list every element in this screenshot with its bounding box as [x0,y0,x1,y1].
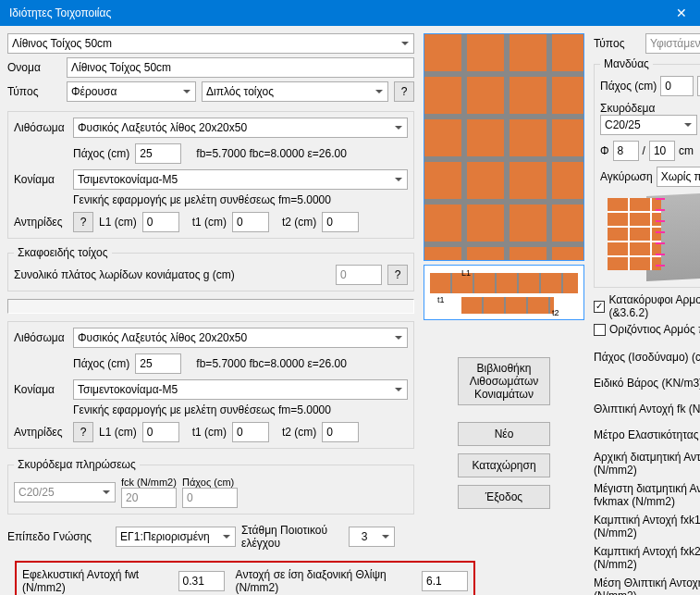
fill-title: Σκυρόδεμα πληρώσεως [14,458,140,471]
p5-label: Αρχική διατμητική Αντοχή fvk0 (N/mm2) [594,451,700,477]
jacket-iso-diagram [600,189,700,281]
skaf-help[interactable]: ? [387,265,408,285]
plan-t1-label: t1 [437,295,445,304]
t1-input-2[interactable] [232,422,269,442]
new-button[interactable]: Νέο [458,422,550,446]
t2-label-1: t2 (cm) [282,216,316,229]
skaf-input [336,265,382,285]
quality-label: Στάθμη Ποιοτικού ελέγχου [241,524,343,550]
fill-thk-input [182,488,238,508]
p2-label: Ειδικό Βάρος (KN/m3) [594,377,700,390]
j-conc-select[interactable] [600,115,697,135]
fill-fck-label: fck (N/mm2) [121,477,177,488]
plan-t2-label: t2 [552,308,559,317]
lith-select-2[interactable] [73,328,408,348]
t1-label-1: t1 (cm) [192,216,227,229]
jacket-title: Μανδύας [600,57,653,70]
r-type-label: Τύπος [594,37,640,50]
l1-label-1: L1 (cm) [99,216,137,229]
fwt-input[interactable] [178,571,225,591]
strut-label-2: Αντηρίδες [14,426,68,439]
save-button[interactable]: Καταχώρηση [458,453,550,477]
strut-help-2[interactable]: ? [73,422,93,442]
close-icon[interactable]: ✕ [663,0,700,26]
l1-label-2: L1 (cm) [99,426,137,439]
j-conc-label: Σκυρόδεμα [600,102,697,115]
fill-fck-input [121,488,177,508]
results-panel: Εφελκυστική Αντοχή fwt (N/mm2) Αντοχή σε… [15,561,475,595]
p4-label: Μέτρο Ελαστικότητας (GPa) [594,428,700,441]
fb-note-1: fb=5.7000 fbc=8.0000 ε=26.00 [196,147,347,160]
chk-vertical-joints[interactable]: ✓Κατακόρυφοι Αρμοί πλήρεις (&3.6.2) [594,293,700,319]
j-thk-label: Πάχος (cm) [600,80,657,93]
type-select[interactable] [67,81,196,102]
thick-label-2: Πάχος (cm) [73,357,129,370]
mortar-note-2: Γενικής εφαρμογής με μελέτη συνθέσεως fm… [73,403,331,416]
quality-select[interactable] [349,527,395,547]
window-title: Ιδιότητες Τοιχοποιίας [9,0,111,26]
mortar-select-2[interactable] [73,379,408,400]
l1-input-1[interactable] [142,212,179,232]
slash: / [643,144,645,157]
mortar-label-1: Κονίαμα [14,173,68,186]
library-button[interactable]: Βιβλιοθήκη Λιθοσωμάτων Κονιαμάτων [458,357,550,405]
spacing-input[interactable] [649,141,675,161]
wall-select[interactable] [7,33,414,54]
wallmode-select[interactable] [202,81,388,102]
plan-L1-label: L1 [461,268,471,278]
anchor-select[interactable] [657,167,700,187]
chk-horizontal-joint[interactable]: Οριζόντιος Αρμός πάχους >15 mm [594,323,700,336]
fwt-label: Εφελκυστική Αντοχή fwt (N/mm2) [22,568,167,594]
wall-plan-diagram: L1 t1 t2 [424,265,584,320]
mortar-note-1: Γενικής εφαρμογής με μελέτη συνθέσεως fm… [73,193,331,206]
mortar-select-1[interactable] [73,169,408,190]
cm-label: cm [679,144,694,157]
p9-label: Μέση Θλιπτική Αντοχή fm (N/mm2) [594,576,700,595]
biax-label: Αντοχή σε ίση διαξονική Θλίψη (N/mm2) [236,568,411,594]
j-thk-input[interactable] [660,76,694,96]
t2-label-2: t2 (cm) [282,426,316,439]
phi-label: Φ [600,144,609,157]
skaf-label: Συνολικό πλάτος λωρίδων κονιάματος g (cm… [14,268,330,281]
wall-elevation-diagram [424,33,584,261]
strut-help-1[interactable]: ? [73,212,93,232]
fb-note-2: fb=5.7000 fbc=8.0000 ε=26.00 [196,357,347,370]
type-label: Τύπος [7,85,61,98]
fill-conc-select [14,482,116,502]
anchor-label: Αγκύρωση [600,170,653,183]
t1-label-2: t1 (cm) [192,426,227,439]
exit-button[interactable]: Έξοδος [458,485,550,509]
lith-select-1[interactable] [73,118,408,138]
p7-label: Καμπτική Αντοχή fxk1 (N/mm2) [594,514,700,539]
lith-label-2: Λιθόσωμα [14,331,68,344]
t2-input-2[interactable] [322,422,359,442]
t2-input-1[interactable] [322,212,359,232]
thick-input-2[interactable] [135,353,181,374]
skaf-title: Σκαφοειδής τοίχος [14,246,112,259]
p1-label: Πάχος (Ισοδύναμο) (cm) [594,351,700,364]
strut-label-1: Αντηρίδες [14,216,68,229]
fill-thk-label: Πάχος (cm) [182,477,238,488]
mortar-label-2: Κονίαμα [14,383,68,396]
l1-input-2[interactable] [142,422,179,442]
phi-input[interactable] [613,141,639,161]
knowledge-label: Επίπεδο Γνώσης [7,530,92,543]
biax-input[interactable] [422,571,468,591]
separator [7,299,414,314]
p6-label: Μέγιστη διατμητική Αντοχή fvkmax (N/mm2) [594,482,700,508]
help-wallmode-button[interactable]: ? [394,81,414,102]
title-bar: Ιδιότητες Τοιχοποιίας ✕ [0,0,700,26]
knowledge-select[interactable] [116,527,236,547]
p8-label: Καμπτική Αντοχή fxk2 (N/mm2) [594,545,700,571]
thick-input-1[interactable] [135,143,181,164]
name-label: Ονομα [7,61,61,74]
name-input[interactable] [67,57,414,78]
t1-input-1[interactable] [232,212,269,232]
r-type-select [645,33,700,54]
p3-label: Θλιπτική Αντοχή fk (N/mm2) [594,403,700,415]
thick-label-1: Πάχος (cm) [73,147,129,160]
lith-label: Λιθόσωμα [14,121,68,134]
